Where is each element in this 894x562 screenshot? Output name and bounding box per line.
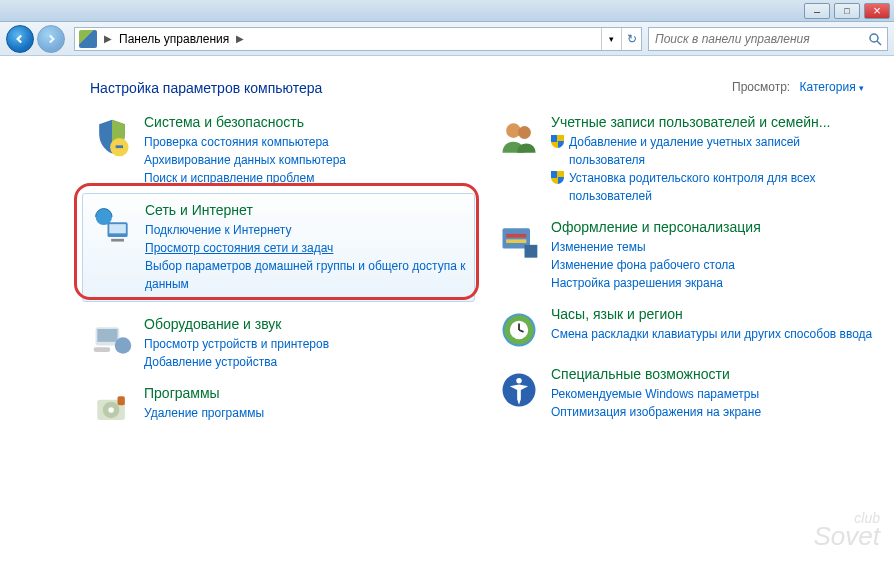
category-title[interactable]: Оформление и персонализация xyxy=(551,219,874,235)
close-button[interactable]: × xyxy=(864,3,890,19)
category-security: Система и безопасность Проверка состояни… xyxy=(90,114,467,187)
svg-point-0 xyxy=(870,34,878,42)
category-appearance: Оформление и персонализация Изменение те… xyxy=(497,219,874,292)
link-optimize-display[interactable]: Оптимизация изображения на экране xyxy=(551,403,874,421)
programs-icon xyxy=(90,387,134,431)
content-area: Настройка параметров компьютера Просмотр… xyxy=(0,56,894,562)
link-keyboard-layout[interactable]: Смена раскладки клавиатуры или других сп… xyxy=(551,325,874,343)
title-bar: – □ × xyxy=(0,0,894,22)
category-title[interactable]: Учетные записи пользователей и семейн... xyxy=(551,114,874,130)
clock-icon xyxy=(497,308,541,352)
category-hardware: Оборудование и звук Просмотр устройств и… xyxy=(90,316,467,371)
hardware-icon xyxy=(90,318,134,362)
category-title[interactable]: Часы, язык и регион xyxy=(551,306,874,322)
svg-point-17 xyxy=(518,126,531,139)
left-column: Система и безопасность Проверка состояни… xyxy=(90,114,467,445)
svg-rect-21 xyxy=(525,245,538,258)
link-parental-control[interactable]: Установка родительского контроля для все… xyxy=(551,169,874,205)
link-add-device[interactable]: Добавление устройства xyxy=(144,353,467,371)
svg-point-27 xyxy=(516,378,522,384)
category-accessibility: Специальные возможности Рекомендуемые Wi… xyxy=(497,366,874,421)
link-uninstall[interactable]: Удаление программы xyxy=(144,404,467,422)
category-clock: Часы, язык и регион Смена раскладки клав… xyxy=(497,306,874,352)
category-title[interactable]: Специальные возможности xyxy=(551,366,874,382)
link-add-remove-accounts[interactable]: Добавление и удаление учетных записей по… xyxy=(551,133,874,169)
category-network: Сеть и Интернет Подключение к Интернету … xyxy=(91,202,466,293)
link-check-status[interactable]: Проверка состояния компьютера xyxy=(144,133,467,151)
search-icon[interactable] xyxy=(863,32,887,46)
breadcrumb-root[interactable]: Панель управления xyxy=(115,32,233,46)
forward-button[interactable] xyxy=(37,25,65,53)
link-screen-resolution[interactable]: Настройка разрешения экрана xyxy=(551,274,874,292)
link-backup[interactable]: Архивирование данных компьютера xyxy=(144,151,467,169)
svg-rect-6 xyxy=(109,224,125,233)
svg-point-10 xyxy=(115,337,132,354)
category-programs: Программы Удаление программы xyxy=(90,385,467,431)
category-title[interactable]: Программы xyxy=(144,385,467,401)
breadcrumb-dropdown-button[interactable]: ▾ xyxy=(601,28,621,50)
view-label: Просмотр: xyxy=(732,80,790,94)
svg-rect-19 xyxy=(506,234,526,238)
svg-rect-20 xyxy=(506,239,526,243)
category-users: Учетные записи пользователей и семейн...… xyxy=(497,114,874,205)
right-column: Учетные записи пользователей и семейн...… xyxy=(497,114,874,445)
maximize-button[interactable]: □ xyxy=(834,3,860,19)
view-options: Просмотр: Категория ▾ xyxy=(732,80,864,94)
accessibility-icon xyxy=(497,368,541,412)
category-title[interactable]: Оборудование и звук xyxy=(144,316,467,332)
svg-rect-3 xyxy=(116,145,123,148)
svg-point-14 xyxy=(108,407,114,413)
link-network-status[interactable]: Просмотр состояния сети и задач xyxy=(145,239,466,257)
link-troubleshoot[interactable]: Поиск и исправление проблем xyxy=(144,169,467,187)
control-panel-icon xyxy=(79,30,97,48)
svg-rect-15 xyxy=(118,396,125,405)
network-icon xyxy=(91,204,135,248)
svg-rect-11 xyxy=(94,347,111,352)
svg-line-1 xyxy=(877,41,881,45)
category-title[interactable]: Сеть и Интернет xyxy=(145,202,466,218)
category-title[interactable]: Система и безопасность xyxy=(144,114,467,130)
search-box[interactable] xyxy=(648,27,888,51)
svg-rect-9 xyxy=(97,329,117,342)
link-devices-printers[interactable]: Просмотр устройств и принтеров xyxy=(144,335,467,353)
link-change-wallpaper[interactable]: Изменение фона рабочего стола xyxy=(551,256,874,274)
users-icon xyxy=(497,116,541,160)
back-button[interactable] xyxy=(6,25,34,53)
link-change-theme[interactable]: Изменение темы xyxy=(551,238,874,256)
link-recommended-settings[interactable]: Рекомендуемые Windows параметры xyxy=(551,385,874,403)
link-connect-internet[interactable]: Подключение к Интернету xyxy=(145,221,466,239)
chevron-right-icon[interactable]: ▶ xyxy=(101,33,115,44)
nav-toolbar: ▶ Панель управления ▶ ▾ ↻ xyxy=(0,22,894,56)
search-input[interactable] xyxy=(649,32,863,46)
view-dropdown[interactable]: Категория ▾ xyxy=(800,80,864,94)
chevron-right-icon[interactable]: ▶ xyxy=(233,33,247,44)
minimize-button[interactable]: – xyxy=(804,3,830,19)
appearance-icon xyxy=(497,221,541,265)
link-homegroup[interactable]: Выбор параметров домашней группы и общег… xyxy=(145,257,466,293)
breadcrumb-bar[interactable]: ▶ Панель управления ▶ ▾ ↻ xyxy=(74,27,642,51)
security-icon xyxy=(90,116,134,160)
refresh-button[interactable]: ↻ xyxy=(621,28,641,50)
svg-rect-7 xyxy=(111,239,124,242)
